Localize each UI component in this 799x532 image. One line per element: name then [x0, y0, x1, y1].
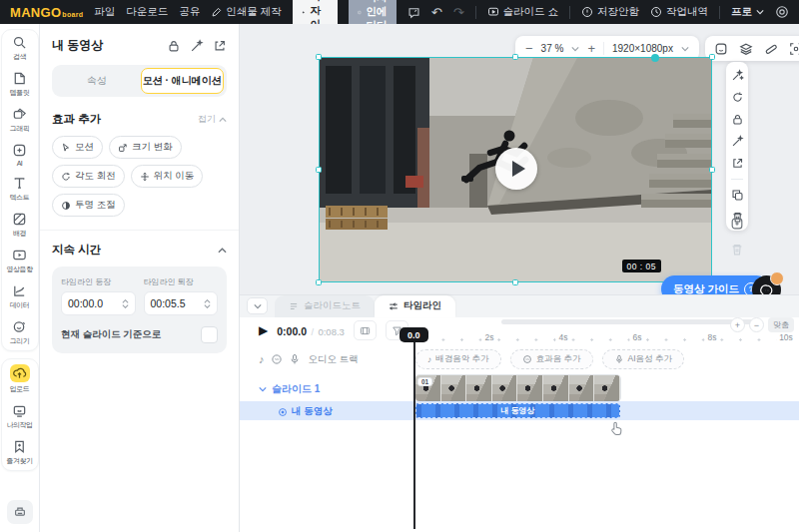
zoom-out-button[interactable]: − [525, 41, 533, 56]
sidebar-item-ai[interactable]: AI [2, 138, 38, 171]
rotate-icon[interactable] [731, 91, 744, 104]
sidebar-item-text[interactable]: 텍스트 [2, 171, 38, 207]
effects-collapse-button[interactable]: 접기 [198, 113, 227, 126]
redo-icon[interactable]: ↷ [453, 5, 464, 20]
ruler-tick-10s: 10s [776, 332, 796, 342]
export-icon[interactable] [731, 157, 744, 170]
sidebar-item-search[interactable]: 검색 [2, 30, 38, 66]
focus-frame-icon[interactable] [789, 42, 799, 56]
print-service-button[interactable] [7, 500, 33, 524]
add-sfx-button[interactable]: 효과음 추가 [510, 349, 593, 369]
tab-motion-animation[interactable]: 모션 · 애니메이션 [141, 68, 225, 94]
tab-timeline[interactable]: 타임라인 [375, 295, 455, 317]
lock-icon[interactable] [167, 39, 181, 53]
undo-icon[interactable]: ↶ [431, 5, 442, 20]
sidebar-item-template[interactable]: 템플릿 [2, 66, 38, 102]
mangoboard-logo[interactable]: MANGOboard [10, 5, 83, 20]
slide-based-checkbox[interactable] [201, 326, 218, 343]
zoom-in-button[interactable]: + [587, 41, 595, 56]
tab-slide-notes[interactable]: 슬라이드노트 [275, 295, 375, 317]
menu-share[interactable]: 공유 [179, 5, 200, 19]
effect-move-button[interactable]: 위치 이동 [131, 165, 204, 188]
editor-icon [358, 7, 362, 18]
selection-handle[interactable] [316, 167, 322, 173]
selection-handle[interactable] [512, 279, 518, 285]
effect-rotate-button[interactable]: 각도 회전 [52, 165, 125, 188]
effect-opacity-button[interactable]: 투명 조절 [52, 194, 125, 217]
export-icon[interactable] [213, 39, 227, 53]
effect-label: 위치 이동 [154, 170, 195, 183]
effect-label: 크기 변화 [132, 141, 173, 154]
video-clip[interactable]: 내 동영상 [415, 403, 620, 418]
selection-handle[interactable] [316, 279, 322, 285]
effect-motion-button[interactable]: 모션 [52, 136, 103, 159]
feedback-icon[interactable] [407, 6, 420, 19]
plan-dropdown[interactable]: 프로 [731, 5, 764, 19]
timeline-out-label: 타임라인 퇴장 [144, 276, 219, 287]
timeline-scrollbar[interactable] [501, 319, 757, 324]
divider [719, 6, 720, 19]
filmstrip-thumb [441, 375, 467, 401]
video-clip-label: 내 동영상 [500, 405, 534, 416]
effect-scale-button[interactable]: 크기 변화 [109, 136, 182, 159]
menu-download[interactable]: 다운로드 [126, 5, 168, 19]
video-canvas[interactable]: 00 : 05 [320, 58, 711, 281]
layers-icon[interactable] [739, 42, 753, 56]
selection-handle-dot[interactable] [651, 54, 659, 62]
effect-wand-icon[interactable] [731, 135, 744, 148]
menu-print[interactable]: 인쇄물 제작 [211, 5, 281, 19]
duplicate-icon[interactable] [731, 189, 744, 202]
selection-handle[interactable] [316, 54, 322, 60]
stepper-icon[interactable] [204, 299, 211, 308]
timeline-in-input[interactable]: 00:00.0 [61, 291, 136, 315]
scene-settings-button[interactable] [354, 320, 377, 340]
timeline-zoom-out-button[interactable]: − [749, 317, 764, 332]
top-bar: MANGOboard 파일 다운로드 공유 인쇄물 제작 AI 디자이너 디자인… [0, 0, 799, 24]
timeline-play-button[interactable]: ▶ [259, 324, 268, 336]
tab-properties[interactable]: 속성 [55, 68, 139, 94]
selection-handle[interactable] [512, 54, 518, 60]
save-status[interactable]: 저장안함 [581, 5, 639, 19]
selection-handle[interactable] [709, 167, 715, 173]
canvas-tools [705, 36, 799, 61]
history-button[interactable]: 작업내역 [650, 5, 708, 19]
slide-filmstrip[interactable]: 01 [415, 375, 620, 401]
timeline-fit-button[interactable]: 맞춤 [768, 317, 794, 332]
selection-handle[interactable] [709, 54, 715, 60]
magic-wand-icon[interactable] [190, 39, 204, 53]
video-play-button[interactable] [495, 148, 537, 190]
timeline-collapse-button[interactable] [247, 297, 268, 314]
animate-icon[interactable] [731, 69, 744, 82]
sidebar-item-data[interactable]: 데이터 [2, 278, 38, 314]
select-all-icon[interactable] [730, 217, 744, 231]
effect-label: 각도 회전 [75, 170, 116, 183]
sidebar-item-draw[interactable]: 그리기 [2, 314, 38, 350]
playhead-time-pill[interactable]: 0.0 [400, 327, 428, 342]
sticker-icon[interactable] [714, 42, 728, 56]
sidebar-item-video-audio[interactable]: 영상음향 [2, 243, 38, 278]
add-bgm-button[interactable]: ♪ 배경음악 추가 [415, 349, 501, 369]
divider [40, 230, 239, 231]
slide-row-toggle[interactable]: 슬라이드 1 [259, 382, 320, 396]
sidebar-item-favorites[interactable]: 즐겨찾기 [2, 434, 38, 470]
sidebar-item-graphic[interactable]: 그래픽 [2, 102, 38, 138]
ruler[interactable] [415, 338, 787, 341]
sidebar-item-background[interactable]: 배경 [2, 207, 38, 243]
add-ai-voice-button[interactable]: AI음성 추가 [602, 349, 684, 369]
playhead-line[interactable] [413, 342, 415, 529]
video-track-label[interactable]: 내 동영상 [278, 405, 333, 418]
sidebar-item-upload[interactable]: 업로드 [2, 359, 38, 398]
eraser-icon[interactable] [764, 42, 778, 56]
slideshow-button[interactable]: 슬라이드 쇼 [487, 5, 558, 19]
sidebar-item-my-work[interactable]: 나의작업 [2, 398, 38, 434]
lock-icon[interactable] [731, 113, 744, 126]
duration-collapse-button[interactable] [218, 248, 227, 254]
timeline-zoom-in-button[interactable]: + [730, 317, 745, 332]
upload-active-highlight [10, 364, 30, 382]
stepper-icon[interactable] [122, 299, 129, 308]
zoom-value[interactable]: 37 % [541, 43, 564, 54]
account-icon[interactable] [775, 5, 789, 19]
timeline-out-input[interactable]: 00:05.5 [144, 291, 219, 315]
canvas-size-value[interactable]: 1920×1080px [612, 43, 673, 54]
menu-file[interactable]: 파일 [94, 5, 115, 19]
